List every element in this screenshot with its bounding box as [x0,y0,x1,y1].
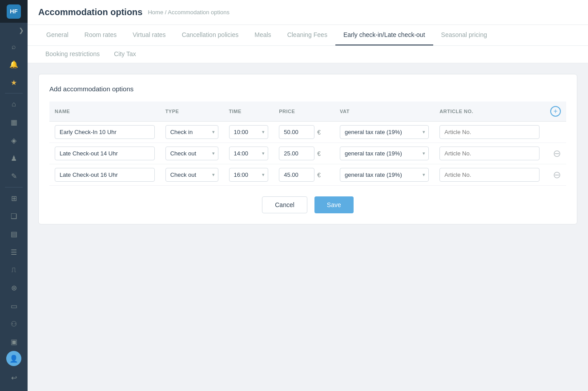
time-select-1[interactable]: 10:00 11:00 12:00 [229,125,269,139]
currency-symbol-1: € [317,129,321,136]
search-icon: ⌕ [12,43,16,51]
app-logo[interactable]: HF [0,0,28,23]
sidebar-item-folder[interactable]: ❑ [0,207,28,225]
table-row: Check in Check out ▾ 10:00 [49,122,566,143]
time-select-wrapper-1: 10:00 11:00 12:00 ▾ [229,125,269,139]
save-button[interactable]: Save [314,196,354,213]
cell-article-2 [434,143,545,164]
time-select-3[interactable]: 14:00 15:00 16:00 [229,168,269,182]
main-content: Accommodation options Home / Accommodati… [28,0,588,391]
name-input-2[interactable] [55,147,155,160]
article-input-2[interactable] [439,147,540,160]
type-select-1[interactable]: Check in Check out [165,125,218,139]
price-input-1[interactable] [279,125,314,139]
content-area: Add accommodation options NAME TYPE TIME… [28,63,588,391]
accommodation-table: NAME TYPE TIME PRICE VAT ARTICLE NO. + [49,102,566,186]
sidebar-item-tag2[interactable]: ⊛ [0,279,28,297]
logout-button[interactable]: ↩ [0,368,28,387]
name-input-3[interactable] [55,168,155,182]
sidebar-item-file[interactable]: ☰ [0,243,28,261]
page-header: Accommodation options Home / Accommodati… [28,0,588,25]
sidebar-item-calendar[interactable]: ▦ [0,114,28,131]
tab-virtual-rates[interactable]: Virtual rates [125,25,173,45]
remove-row-button-2[interactable]: ⊖ [553,149,561,159]
sidebar-item-bell[interactable]: 🔔 [0,56,28,73]
vat-select-wrapper-1: general tax rate (19%) reduced tax rate … [340,125,429,139]
tab-cleaning-fees[interactable]: Cleaning Fees [279,25,335,45]
col-vat: VAT [334,102,434,122]
logo-icon: HF [7,4,21,19]
tag-icon: ◈ [11,136,16,145]
breadcrumb-current: Accommodation options [168,9,230,16]
cell-name-3 [49,164,160,186]
type-select-wrapper-3: Check in Check out ▾ [165,168,218,182]
sidebar-item-search[interactable]: ⌕ [0,37,28,55]
sidebar-divider-1 [5,93,23,94]
col-name: NAME [49,102,160,122]
bell-icon: 🔔 [9,60,18,69]
sidebar-item-person[interactable]: ♟ [0,149,28,167]
vat-select-wrapper-2: general tax rate (19%) reduced tax rate … [340,147,429,160]
sidebar-toggle[interactable]: ❯ [0,23,28,37]
breadcrumb-home[interactable]: Home [148,9,163,16]
cell-vat-3: general tax rate (19%) reduced tax rate … [334,164,434,186]
grid-icon: ⊞ [11,194,17,203]
cell-name-2 [49,143,160,164]
article-input-3[interactable] [439,168,540,182]
cell-article-3 [434,164,545,186]
article-input-1[interactable] [439,125,540,139]
type-select-wrapper-2: Check in Check out ▾ [165,147,218,160]
card-title: Add accommodation options [49,85,566,93]
user-avatar[interactable]: 👤 [6,351,21,366]
price-input-3[interactable] [279,168,314,182]
type-select-3[interactable]: Check in Check out [165,168,218,182]
sidebar-item-chart[interactable]: ▤ [0,225,28,243]
remove-row-button-3[interactable]: ⊖ [553,170,561,180]
col-action: + [545,102,566,122]
tab-early-late[interactable]: Early check-in/Late check-out [335,25,433,45]
type-select-2[interactable]: Check in Check out [165,147,218,160]
tabs-row1: General Room rates Virtual rates Cancell… [28,25,588,46]
sidebar-item-box[interactable]: ▭ [0,297,28,315]
currency-symbol-3: € [317,171,321,179]
chart-icon: ▤ [11,230,17,238]
tab-cancellation-policies[interactable]: Cancellation policies [174,25,247,45]
type-select-wrapper-1: Check in Check out ▾ [165,125,218,139]
sidebar-item-grid[interactable]: ⊞ [0,189,28,207]
logout-icon: ↩ [11,374,17,382]
tab-room-rates[interactable]: Room rates [77,25,125,45]
tab-booking-restrictions[interactable]: Booking restrictions [38,46,107,63]
tab-meals[interactable]: Meals [246,25,279,45]
tab-general[interactable]: General [38,25,77,45]
table-row: Check in Check out ▾ 14:00 [49,143,566,164]
sidebar-item-tag[interactable]: ◈ [0,131,28,149]
breadcrumb: Home / Accommodation options [148,9,230,16]
time-select-wrapper-2: 14:00 15:00 16:00 ▾ [229,147,269,160]
tab-city-tax[interactable]: City Tax [107,46,143,63]
sidebar-item-star[interactable]: ★ [0,73,28,91]
cancel-button[interactable]: Cancel [262,196,307,213]
name-input-1[interactable] [55,125,155,139]
col-time: TIME [224,102,274,122]
cell-vat-2: general tax rate (19%) reduced tax rate … [334,143,434,164]
sidebar-item-brush[interactable]: ✎ [0,167,28,185]
col-article: ARTICLE NO. [434,102,545,122]
vat-select-wrapper-3: general tax rate (19%) reduced tax rate … [340,168,429,182]
vat-select-3[interactable]: general tax rate (19%) reduced tax rate … [340,168,429,182]
price-input-2[interactable] [279,147,314,160]
page-title: Accommodation options [38,7,142,17]
sidebar-item-person2[interactable]: ⚇ [0,315,28,333]
cell-type-3: Check in Check out ▾ [160,164,224,186]
add-row-button[interactable]: + [550,106,561,117]
tab-seasonal-pricing[interactable]: Seasonal pricing [433,25,495,45]
vat-select-1[interactable]: general tax rate (19%) reduced tax rate … [340,125,429,139]
sidebar-item-analytics[interactable]: ⎍ [0,261,28,279]
vat-select-2[interactable]: general tax rate (19%) reduced tax rate … [340,147,429,160]
price-cell-2: € [279,147,329,160]
time-select-2[interactable]: 14:00 15:00 16:00 [229,147,269,160]
person-icon: ♟ [11,154,17,163]
sidebar-item-home[interactable]: ⌂ [0,95,28,113]
sidebar-item-message[interactable]: ▣ [0,333,28,351]
sidebar: HF ❯ ⌕ 🔔 ★ ⌂ ▦ ◈ ♟ ✎ ⊞ ❑ ▤ ☰ ⎍ ⊛ ▭ [0,0,28,391]
cell-price-1: € [274,122,334,143]
